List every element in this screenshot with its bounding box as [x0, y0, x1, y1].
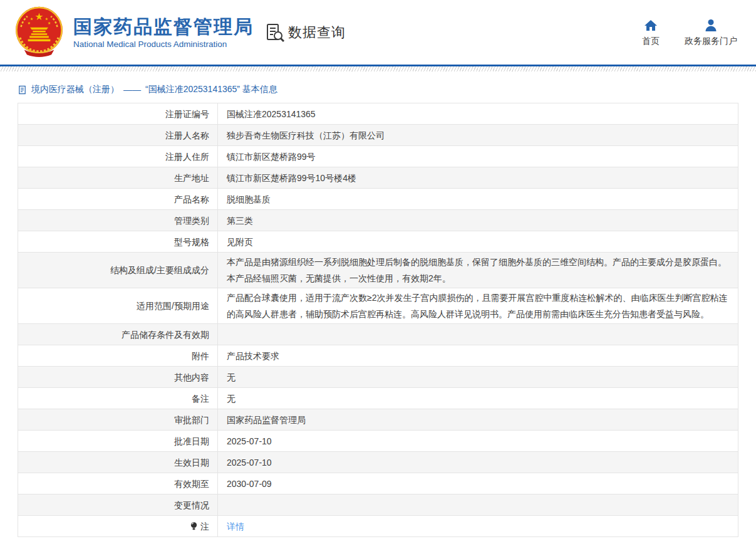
row-label: 生效日期 — [18, 452, 218, 473]
row-value-text: 2025-07-10 — [227, 433, 272, 449]
breadcrumb-category-link[interactable]: 境内医疗器械（注册） — [31, 84, 119, 95]
row-label-text: 注 — [200, 518, 209, 535]
nav-item-home[interactable]: 首页 — [642, 18, 660, 47]
row-value: 镇江市新区楚桥路99号 — [218, 146, 738, 167]
table-row: 结构及组成/主要组成成分本产品是由猪源组织经一系列脱细胞处理后制备的脱细胞基质，… — [18, 253, 738, 288]
table-row: 审批部门国家药品监督管理局 — [18, 409, 738, 431]
table-row: 注册人名称独步吾奇生物医疗科技（江苏）有限公司 — [18, 125, 738, 146]
row-value: 产品配合球囊使用，适用于流产次数≥2次并发生子宫内膜损伤的，且需要开展宫腔中重度… — [218, 288, 738, 323]
breadcrumb: 境内医疗器械（注册） —— “国械注准20253141365” 基本信息 — [18, 84, 738, 95]
row-label-text: 型号规格 — [174, 234, 209, 250]
row-value — [218, 324, 738, 345]
table-row: 注册证编号国械注准20253141365 — [18, 103, 738, 125]
row-value-text: 产品技术要求 — [227, 348, 279, 364]
nav-item-portal[interactable]: 政务服务门户 — [685, 18, 737, 47]
table-row: 生产地址镇江市新区楚桥路99号10号楼4楼 — [18, 167, 738, 189]
row-label: 注 — [18, 516, 218, 536]
row-value: 2030-07-09 — [218, 473, 738, 494]
row-value: 镇江市新区楚桥路99号10号楼4楼 — [218, 167, 738, 188]
row-label-text: 注册证编号 — [165, 106, 209, 122]
brand-logo-link[interactable]: 国家药品监督管理局 National Medical Products Admi… — [13, 6, 254, 59]
row-label-text: 有效期至 — [174, 476, 209, 492]
detail-link[interactable]: 详情 — [227, 518, 244, 535]
user-icon — [703, 18, 718, 33]
row-label-text: 批准日期 — [174, 433, 209, 449]
row-label-text: 结构及组成/主要组成成分 — [110, 262, 209, 278]
brand-text: 国家药品监督管理局 National Medical Products Admi… — [73, 16, 254, 49]
row-label-text: 变更情况 — [174, 497, 209, 513]
breadcrumb-current: “国械注准20253141365” 基本信息 — [145, 84, 277, 95]
row-value-text: 国家药品监督管理局 — [227, 412, 306, 428]
row-value-text: 国械注准20253141365 — [227, 106, 316, 122]
row-label-text: 生产地址 — [174, 170, 209, 186]
row-value: 无 — [218, 367, 738, 387]
row-label-text: 其他内容 — [174, 369, 209, 385]
row-label: 适用范围/预期用途 — [18, 288, 218, 323]
row-value: 2025-07-10 — [218, 452, 738, 473]
row-value-text: 镇江市新区楚桥路99号 — [227, 149, 316, 165]
row-value-text: 见附页 — [227, 234, 253, 250]
row-label-text: 审批部门 — [174, 412, 209, 428]
header-divider-hatch — [0, 66, 756, 71]
row-label: 结构及组成/主要组成成分 — [18, 253, 218, 288]
document-icon — [18, 85, 27, 95]
row-label: 附件 — [18, 345, 218, 366]
table-row: 有效期至2030-07-09 — [18, 473, 738, 494]
row-value-text: 2025-07-10 — [227, 454, 272, 471]
table-row: 其他内容无 — [18, 367, 738, 388]
bulb-icon — [190, 521, 198, 531]
row-value-text: 脱细胞基质 — [227, 191, 271, 207]
row-value: 产品技术要求 — [218, 345, 738, 366]
nmpa-emblem-logo — [13, 6, 66, 59]
row-value: 2025-07-10 — [218, 431, 738, 451]
info-table: 注册证编号国械注准20253141365注册人名称独步吾奇生物医疗科技（江苏）有… — [18, 103, 738, 537]
row-value — [218, 494, 738, 515]
row-label: 型号规格 — [18, 231, 218, 252]
site-title-cn: 国家药品监督管理局 — [73, 16, 254, 37]
table-row: 变更情况 — [18, 494, 738, 516]
row-value: 详情 — [218, 516, 738, 536]
row-label: 审批部门 — [18, 409, 218, 430]
row-label: 变更情况 — [18, 494, 218, 515]
row-value: 见附页 — [218, 231, 738, 252]
row-label: 备注 — [18, 388, 218, 409]
row-value-text: 2030-07-09 — [227, 476, 272, 492]
main-content: 境内医疗器械（注册） —— “国械注准20253141365” 基本信息 注册证… — [0, 84, 756, 537]
row-value-text: 无 — [227, 369, 236, 385]
row-value: 脱细胞基质 — [218, 189, 738, 209]
row-label: 生产地址 — [18, 167, 218, 188]
site-title-en: National Medical Products Administration — [73, 39, 254, 49]
table-row: 批准日期2025-07-10 — [18, 431, 738, 452]
breadcrumb-separator: —— — [123, 85, 141, 95]
data-query-link[interactable]: 数据查询 — [265, 23, 346, 43]
table-row: 注册人住所镇江市新区楚桥路99号 — [18, 146, 738, 167]
row-label-text: 适用范围/预期用途 — [137, 298, 209, 314]
row-label: 产品储存条件及有效期 — [18, 324, 218, 345]
row-label: 产品名称 — [18, 189, 218, 209]
row-label: 其他内容 — [18, 367, 218, 387]
row-label: 注册人名称 — [18, 125, 218, 145]
row-value-text: 本产品是由猪源组织经一系列脱细胞处理后制备的脱细胞基质，保留了细胞外基质的三维空… — [227, 254, 729, 286]
row-value: 独步吾奇生物医疗科技（江苏）有限公司 — [218, 125, 738, 145]
header-nav: 首页 政务服务门户 — [642, 18, 737, 47]
table-row: 产品名称脱细胞基质 — [18, 189, 738, 210]
doc-search-icon — [265, 23, 285, 43]
table-row: 注详情 — [18, 516, 738, 537]
row-value-text: 无 — [227, 390, 236, 407]
row-value: 第三类 — [218, 210, 738, 231]
site-header: 国家药品监督管理局 National Medical Products Admi… — [0, 0, 756, 65]
row-label: 注册证编号 — [18, 103, 218, 124]
row-value: 国械注准20253141365 — [218, 103, 738, 124]
row-value-text: 产品配合球囊使用，适用于流产次数≥2次并发生子宫内膜损伤的，且需要开展宫腔中重度… — [227, 290, 729, 322]
row-label-text: 备注 — [192, 390, 209, 407]
nav-item-label: 政务服务门户 — [685, 36, 737, 47]
row-label: 批准日期 — [18, 431, 218, 451]
row-value: 无 — [218, 388, 738, 409]
row-label-text: 产品储存条件及有效期 — [122, 327, 209, 343]
table-row: 管理类别第三类 — [18, 210, 738, 231]
table-row: 附件产品技术要求 — [18, 345, 738, 367]
row-label: 有效期至 — [18, 473, 218, 494]
row-value-text: 独步吾奇生物医疗科技（江苏）有限公司 — [227, 127, 385, 144]
table-row: 备注无 — [18, 388, 738, 409]
row-label: 管理类别 — [18, 210, 218, 231]
